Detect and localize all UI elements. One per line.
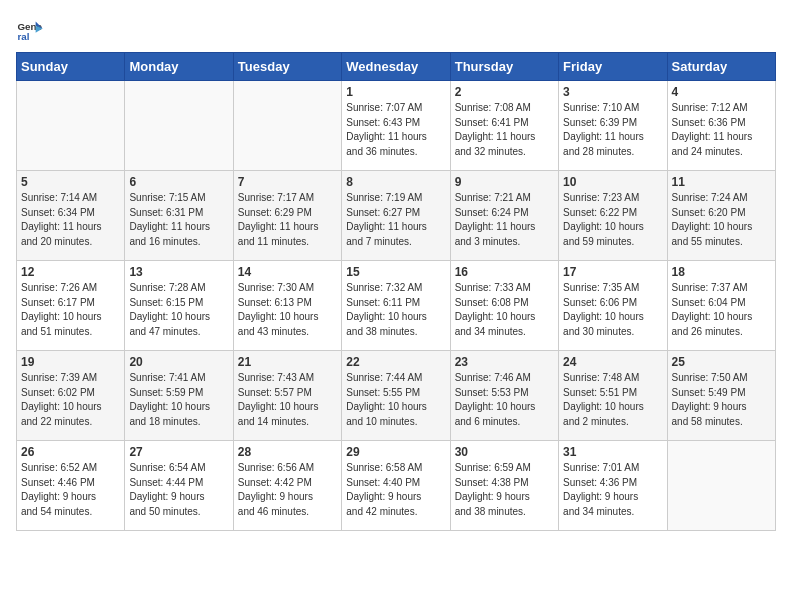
day-info: Sunrise: 7:44 AM Sunset: 5:55 PM Dayligh…	[346, 371, 445, 429]
day-number: 25	[672, 355, 771, 369]
calendar-cell: 21Sunrise: 7:43 AM Sunset: 5:57 PM Dayli…	[233, 351, 341, 441]
calendar-cell: 20Sunrise: 7:41 AM Sunset: 5:59 PM Dayli…	[125, 351, 233, 441]
day-number: 17	[563, 265, 662, 279]
calendar-cell: 19Sunrise: 7:39 AM Sunset: 6:02 PM Dayli…	[17, 351, 125, 441]
header-day-saturday: Saturday	[667, 53, 775, 81]
calendar-cell: 8Sunrise: 7:19 AM Sunset: 6:27 PM Daylig…	[342, 171, 450, 261]
day-info: Sunrise: 7:19 AM Sunset: 6:27 PM Dayligh…	[346, 191, 445, 249]
day-number: 6	[129, 175, 228, 189]
calendar-cell: 4Sunrise: 7:12 AM Sunset: 6:36 PM Daylig…	[667, 81, 775, 171]
calendar-cell: 22Sunrise: 7:44 AM Sunset: 5:55 PM Dayli…	[342, 351, 450, 441]
day-number: 12	[21, 265, 120, 279]
day-number: 5	[21, 175, 120, 189]
header-day-sunday: Sunday	[17, 53, 125, 81]
day-number: 14	[238, 265, 337, 279]
day-number: 3	[563, 85, 662, 99]
day-info: Sunrise: 7:01 AM Sunset: 4:36 PM Dayligh…	[563, 461, 662, 519]
calendar-cell: 28Sunrise: 6:56 AM Sunset: 4:42 PM Dayli…	[233, 441, 341, 531]
day-number: 15	[346, 265, 445, 279]
day-number: 21	[238, 355, 337, 369]
day-info: Sunrise: 7:32 AM Sunset: 6:11 PM Dayligh…	[346, 281, 445, 339]
header-day-monday: Monday	[125, 53, 233, 81]
calendar-cell: 31Sunrise: 7:01 AM Sunset: 4:36 PM Dayli…	[559, 441, 667, 531]
day-info: Sunrise: 7:07 AM Sunset: 6:43 PM Dayligh…	[346, 101, 445, 159]
calendar-cell: 23Sunrise: 7:46 AM Sunset: 5:53 PM Dayli…	[450, 351, 558, 441]
calendar-cell: 7Sunrise: 7:17 AM Sunset: 6:29 PM Daylig…	[233, 171, 341, 261]
week-row-3: 12Sunrise: 7:26 AM Sunset: 6:17 PM Dayli…	[17, 261, 776, 351]
day-number: 16	[455, 265, 554, 279]
day-number: 10	[563, 175, 662, 189]
svg-text:ral: ral	[17, 31, 29, 42]
calendar-cell: 15Sunrise: 7:32 AM Sunset: 6:11 PM Dayli…	[342, 261, 450, 351]
day-number: 11	[672, 175, 771, 189]
day-info: Sunrise: 7:43 AM Sunset: 5:57 PM Dayligh…	[238, 371, 337, 429]
day-number: 27	[129, 445, 228, 459]
week-row-1: 1Sunrise: 7:07 AM Sunset: 6:43 PM Daylig…	[17, 81, 776, 171]
day-info: Sunrise: 7:26 AM Sunset: 6:17 PM Dayligh…	[21, 281, 120, 339]
day-info: Sunrise: 7:12 AM Sunset: 6:36 PM Dayligh…	[672, 101, 771, 159]
day-info: Sunrise: 7:21 AM Sunset: 6:24 PM Dayligh…	[455, 191, 554, 249]
calendar-cell	[125, 81, 233, 171]
day-info: Sunrise: 7:10 AM Sunset: 6:39 PM Dayligh…	[563, 101, 662, 159]
calendar-cell	[17, 81, 125, 171]
calendar-cell: 27Sunrise: 6:54 AM Sunset: 4:44 PM Dayli…	[125, 441, 233, 531]
day-info: Sunrise: 7:48 AM Sunset: 5:51 PM Dayligh…	[563, 371, 662, 429]
day-info: Sunrise: 7:28 AM Sunset: 6:15 PM Dayligh…	[129, 281, 228, 339]
day-info: Sunrise: 7:41 AM Sunset: 5:59 PM Dayligh…	[129, 371, 228, 429]
day-number: 20	[129, 355, 228, 369]
day-number: 29	[346, 445, 445, 459]
day-info: Sunrise: 7:08 AM Sunset: 6:41 PM Dayligh…	[455, 101, 554, 159]
calendar-cell: 30Sunrise: 6:59 AM Sunset: 4:38 PM Dayli…	[450, 441, 558, 531]
day-number: 26	[21, 445, 120, 459]
calendar-body: 1Sunrise: 7:07 AM Sunset: 6:43 PM Daylig…	[17, 81, 776, 531]
day-number: 24	[563, 355, 662, 369]
day-info: Sunrise: 7:39 AM Sunset: 6:02 PM Dayligh…	[21, 371, 120, 429]
calendar-cell: 5Sunrise: 7:14 AM Sunset: 6:34 PM Daylig…	[17, 171, 125, 261]
day-info: Sunrise: 7:14 AM Sunset: 6:34 PM Dayligh…	[21, 191, 120, 249]
calendar-cell: 3Sunrise: 7:10 AM Sunset: 6:39 PM Daylig…	[559, 81, 667, 171]
day-number: 1	[346, 85, 445, 99]
week-row-4: 19Sunrise: 7:39 AM Sunset: 6:02 PM Dayli…	[17, 351, 776, 441]
logo-icon: Gene ral	[16, 16, 44, 44]
logo: Gene ral	[16, 16, 48, 44]
calendar-header: SundayMondayTuesdayWednesdayThursdayFrid…	[17, 53, 776, 81]
calendar-cell: 16Sunrise: 7:33 AM Sunset: 6:08 PM Dayli…	[450, 261, 558, 351]
calendar-cell: 25Sunrise: 7:50 AM Sunset: 5:49 PM Dayli…	[667, 351, 775, 441]
day-info: Sunrise: 6:52 AM Sunset: 4:46 PM Dayligh…	[21, 461, 120, 519]
calendar-cell: 9Sunrise: 7:21 AM Sunset: 6:24 PM Daylig…	[450, 171, 558, 261]
day-info: Sunrise: 6:56 AM Sunset: 4:42 PM Dayligh…	[238, 461, 337, 519]
day-info: Sunrise: 7:35 AM Sunset: 6:06 PM Dayligh…	[563, 281, 662, 339]
day-number: 19	[21, 355, 120, 369]
day-number: 18	[672, 265, 771, 279]
header-day-friday: Friday	[559, 53, 667, 81]
calendar-cell: 10Sunrise: 7:23 AM Sunset: 6:22 PM Dayli…	[559, 171, 667, 261]
header-day-thursday: Thursday	[450, 53, 558, 81]
calendar-cell: 11Sunrise: 7:24 AM Sunset: 6:20 PM Dayli…	[667, 171, 775, 261]
calendar-cell: 14Sunrise: 7:30 AM Sunset: 6:13 PM Dayli…	[233, 261, 341, 351]
page-header: Gene ral	[16, 16, 776, 44]
calendar-cell: 17Sunrise: 7:35 AM Sunset: 6:06 PM Dayli…	[559, 261, 667, 351]
day-number: 13	[129, 265, 228, 279]
day-info: Sunrise: 7:24 AM Sunset: 6:20 PM Dayligh…	[672, 191, 771, 249]
calendar-cell: 2Sunrise: 7:08 AM Sunset: 6:41 PM Daylig…	[450, 81, 558, 171]
calendar-table: SundayMondayTuesdayWednesdayThursdayFrid…	[16, 52, 776, 531]
day-number: 9	[455, 175, 554, 189]
day-number: 28	[238, 445, 337, 459]
calendar-cell: 13Sunrise: 7:28 AM Sunset: 6:15 PM Dayli…	[125, 261, 233, 351]
week-row-5: 26Sunrise: 6:52 AM Sunset: 4:46 PM Dayli…	[17, 441, 776, 531]
day-number: 30	[455, 445, 554, 459]
day-info: Sunrise: 7:17 AM Sunset: 6:29 PM Dayligh…	[238, 191, 337, 249]
day-number: 7	[238, 175, 337, 189]
day-info: Sunrise: 7:33 AM Sunset: 6:08 PM Dayligh…	[455, 281, 554, 339]
calendar-cell: 18Sunrise: 7:37 AM Sunset: 6:04 PM Dayli…	[667, 261, 775, 351]
calendar-cell: 12Sunrise: 7:26 AM Sunset: 6:17 PM Dayli…	[17, 261, 125, 351]
day-info: Sunrise: 7:15 AM Sunset: 6:31 PM Dayligh…	[129, 191, 228, 249]
day-number: 23	[455, 355, 554, 369]
day-info: Sunrise: 6:58 AM Sunset: 4:40 PM Dayligh…	[346, 461, 445, 519]
week-row-2: 5Sunrise: 7:14 AM Sunset: 6:34 PM Daylig…	[17, 171, 776, 261]
header-day-tuesday: Tuesday	[233, 53, 341, 81]
day-number: 2	[455, 85, 554, 99]
calendar-cell: 24Sunrise: 7:48 AM Sunset: 5:51 PM Dayli…	[559, 351, 667, 441]
day-number: 31	[563, 445, 662, 459]
day-number: 8	[346, 175, 445, 189]
